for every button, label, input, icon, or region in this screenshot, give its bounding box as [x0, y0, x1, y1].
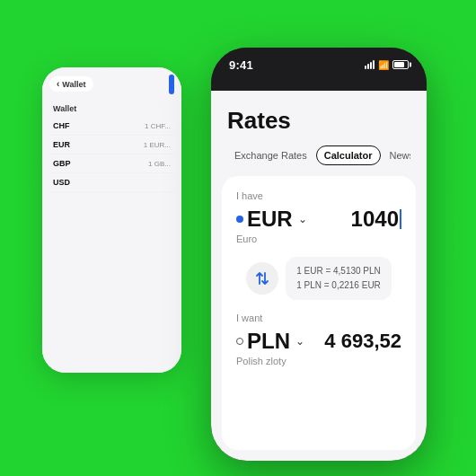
bg-scroll-indicator	[169, 75, 174, 94]
rate-line1: 1 EUR = 4,5130 PLN	[296, 264, 381, 278]
bg-gbp-row: GBP 1 GB...	[49, 154, 174, 173]
bg-wallet-label: Wallet	[62, 80, 85, 89]
screen-header: Rates Exchange Rates Calculator News Com…	[211, 91, 427, 176]
status-time: 9:41	[229, 58, 253, 72]
bg-eur-row: EUR 1 EUR...	[49, 136, 174, 154]
bg-eur-code: EUR	[53, 140, 70, 149]
i-want-label: I want	[236, 313, 401, 323]
phone-background: ‹ Wallet Wallet CHF 1 CHF... EUR 1 EUR..…	[42, 67, 181, 373]
text-cursor	[400, 209, 401, 229]
swap-section: 1 EUR = 4,5130 PLN 1 PLN = 0,2216 EUR	[236, 257, 401, 300]
from-currency-dot	[236, 216, 243, 223]
from-currency-row: EUR ⌄ 1040	[236, 207, 401, 232]
to-currency-code[interactable]: PLN	[247, 329, 290, 354]
status-bar: 9:41 📶	[211, 55, 427, 75]
battery-icon	[392, 60, 409, 69]
to-currency-left: PLN ⌄	[236, 329, 304, 354]
bg-eur-val: 1 EUR...	[144, 141, 171, 149]
bg-usd-row: USD	[49, 173, 174, 192]
to-currency-chevron[interactable]: ⌄	[295, 335, 304, 348]
bg-section-title: Wallet	[49, 99, 174, 117]
swap-button[interactable]	[246, 262, 278, 295]
notch	[278, 75, 359, 91]
bg-chf-row: CHF 1 CHF...	[49, 117, 174, 136]
to-currency-row: PLN ⌄ 4 693,52	[236, 329, 401, 354]
wifi-icon: 📶	[378, 60, 389, 70]
background-circle: ‹ Wallet Wallet CHF 1 CHF... EUR 1 EUR..…	[22, 22, 454, 454]
bg-gbp-code: GBP	[53, 159, 71, 168]
screen: Rates Exchange Rates Calculator News Com…	[211, 91, 427, 461]
rate-line2: 1 PLN = 0,2216 EUR	[296, 278, 381, 293]
rate-info-box: 1 EUR = 4,5130 PLN 1 PLN = 0,2216 EUR	[286, 257, 392, 300]
from-currency-name: Euro	[236, 234, 401, 244]
to-currency-dot	[236, 338, 243, 345]
tab-news[interactable]: News	[383, 146, 410, 164]
tab-calculator[interactable]: Calculator	[316, 145, 381, 165]
status-icons: 📶	[365, 60, 409, 70]
from-amount-display[interactable]: 1040	[351, 207, 401, 232]
i-have-label: I have	[236, 190, 401, 201]
bg-chf-val: 1 CHF...	[145, 122, 171, 130]
bg-usd-code: USD	[53, 178, 70, 187]
from-currency-code[interactable]: EUR	[247, 207, 293, 232]
tab-bar: Exchange Rates Calculator News Commentar…	[227, 145, 410, 165]
bg-chf-code: CHF	[53, 121, 70, 130]
tab-exchange-rates[interactable]: Exchange Rates	[227, 146, 314, 164]
calculator-card: I have EUR ⌄ 1040 Euro	[222, 176, 416, 450]
from-currency-left: EUR ⌄	[236, 207, 307, 232]
swap-icon	[254, 270, 270, 286]
signal-icon	[365, 60, 375, 69]
phone-main: 9:41 📶	[211, 48, 427, 461]
bg-gbp-val: 1 GB...	[148, 160, 171, 168]
notch-area: 9:41 📶	[211, 48, 427, 91]
page-title: Rates	[227, 107, 410, 135]
to-currency-name: Polish zloty	[236, 356, 401, 366]
from-currency-chevron[interactable]: ⌄	[298, 213, 307, 225]
to-amount: 4 693,52	[324, 330, 401, 353]
from-amount: 1040	[351, 207, 399, 232]
